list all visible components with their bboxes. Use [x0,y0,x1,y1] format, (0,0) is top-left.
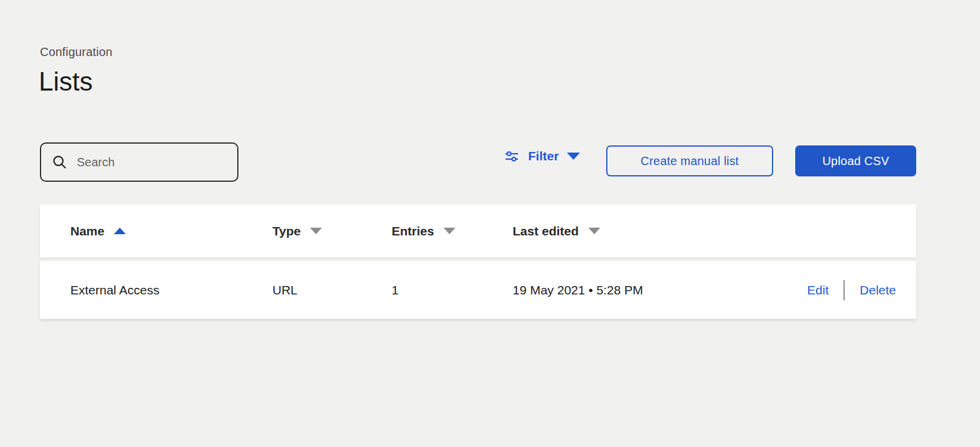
table-header: Name Type Entries Last edited [40,204,916,257]
edit-link[interactable]: Edit [807,283,829,297]
chevron-down-icon [567,153,580,160]
search-input[interactable] [77,156,226,169]
column-label: Type [272,224,300,238]
sort-descending-icon [588,228,600,234]
cell-type: URL [272,283,297,297]
delete-link[interactable]: Delete [860,283,896,297]
filter-sliders-icon [504,149,519,164]
column-label: Last edited [513,224,579,238]
column-label: Name [70,224,104,238]
cell-last-edited: 19 May 2021 • 5:28 PM [513,283,643,297]
column-header-type[interactable]: Type [272,224,322,238]
column-label: Entries [392,224,434,238]
create-manual-list-button[interactable]: Create manual list [606,145,773,176]
table-row: External Access URL 1 19 May 2021 • 5:28… [40,261,916,319]
filter-button[interactable]: Filter [504,147,580,166]
action-divider [843,280,845,300]
sort-ascending-icon [114,228,126,234]
filter-label: Filter [528,149,559,163]
cell-entries: 1 [392,283,399,297]
search-box[interactable] [40,142,238,182]
column-header-entries[interactable]: Entries [392,224,455,238]
page-title: Lists [39,67,92,97]
sort-descending-icon [310,228,322,234]
cell-name: External Access [70,283,159,297]
row-actions: Edit Delete [807,280,896,300]
column-header-last-edited[interactable]: Last edited [513,224,600,238]
upload-csv-button[interactable]: Upload CSV [795,145,916,176]
search-icon [52,154,67,170]
column-header-name[interactable]: Name [70,224,126,238]
sort-descending-icon [444,228,455,234]
breadcrumb: Configuration [40,45,113,59]
